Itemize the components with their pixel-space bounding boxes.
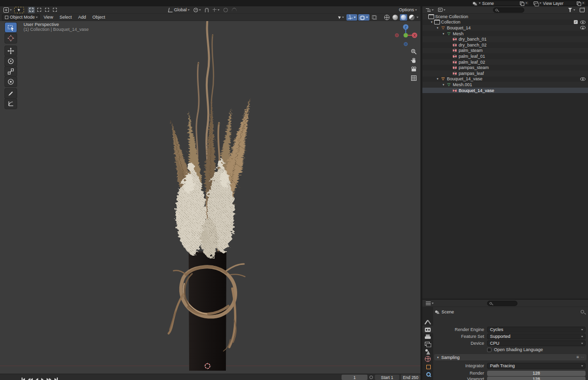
- properties-tab[interactable]: [422, 340, 433, 348]
- orthographic-toggle-button[interactable]: [410, 74, 417, 82]
- shading-material-button[interactable]: [400, 14, 407, 21]
- new-scene-icon[interactable]: [520, 1, 524, 5]
- auto-keying-icon[interactable]: [369, 376, 373, 379]
- properties-search-input[interactable]: [487, 301, 517, 306]
- menu-item[interactable]: Object: [89, 14, 108, 21]
- properties-tab[interactable]: [422, 318, 433, 326]
- tool-box-select[interactable]: [5, 23, 17, 32]
- outliner-row[interactable]: ▼ dry_banch_01: [422, 36, 588, 42]
- feature-set-dropdown[interactable]: Supported: [487, 333, 586, 339]
- properties-tab[interactable]: [422, 363, 433, 370]
- jump-start-button[interactable]: [22, 377, 25, 380]
- navigation-gizmo[interactable]: Z X: [394, 23, 417, 48]
- options-dropdown[interactable]: Options: [397, 7, 418, 13]
- menu-item[interactable]: Select: [56, 14, 74, 21]
- outliner-filter-type-dropdown[interactable]: [437, 7, 447, 13]
- shading-rendered-button[interactable]: [408, 14, 416, 21]
- outliner-row[interactable]: ▼ Bouquet_14_vase: [422, 76, 588, 82]
- viewport-canvas[interactable]: [0, 6, 420, 374]
- eye-icon[interactable]: [580, 26, 586, 29]
- outliner-row[interactable]: ▼ palm_steam: [422, 48, 588, 54]
- tool-cursor[interactable]: [5, 33, 17, 43]
- outliner-row[interactable]: ▼ pampas_steam: [422, 65, 588, 71]
- pivot-point-dropdown[interactable]: [192, 7, 202, 13]
- properties-tab[interactable]: [422, 348, 433, 355]
- outliner-row[interactable]: ▼ Bouquet_14: [422, 25, 588, 31]
- checkbox-icon[interactable]: [574, 20, 578, 24]
- play-button[interactable]: [41, 377, 44, 380]
- close-icon[interactable]: ×: [582, 1, 585, 5]
- select-mode-box[interactable]: [36, 7, 43, 13]
- properties-tab[interactable]: [422, 355, 433, 362]
- render-engine-dropdown[interactable]: Cycles: [487, 327, 586, 332]
- jump-end-button[interactable]: [54, 377, 58, 380]
- pan-button[interactable]: [410, 56, 417, 64]
- active-tool-button[interactable]: [14, 7, 24, 13]
- next-keyframe-button[interactable]: [47, 377, 51, 380]
- pin-icon[interactable]: [581, 310, 584, 313]
- close-icon[interactable]: ×: [525, 1, 528, 5]
- integrator-dropdown[interactable]: Path Tracing: [487, 363, 586, 369]
- outliner-row[interactable]: ▼ Mesh.001: [422, 82, 588, 88]
- select-mode-lasso[interactable]: [51, 7, 58, 13]
- select-mode-circle[interactable]: [44, 7, 50, 13]
- osl-checkbox[interactable]: [487, 348, 491, 352]
- zoom-button[interactable]: [410, 48, 417, 55]
- snap-toggle[interactable]: [203, 7, 210, 13]
- device-dropdown[interactable]: CPU: [487, 340, 586, 346]
- view-layer-selector[interactable]: View Layer ×: [532, 0, 587, 6]
- camera-view-button[interactable]: [410, 65, 417, 73]
- select-mode-tweak[interactable]: [28, 7, 35, 13]
- outliner-row[interactable]: ▼ Bouquet_14_vase: [422, 88, 588, 94]
- xray-toggle[interactable]: [370, 14, 378, 21]
- outliner-filter-dropdown[interactable]: [566, 7, 577, 13]
- outliner-display-mode-dropdown[interactable]: [424, 7, 435, 13]
- expand-arrow-icon[interactable]: ▼: [441, 32, 446, 35]
- outliner-row[interactable]: ▼ palm_leaf_02: [422, 59, 588, 65]
- outliner-row[interactable]: ▼ Collection: [422, 20, 588, 25]
- frame-start-field[interactable]: Start 1: [375, 375, 399, 380]
- outliner-row[interactable]: ▼ pampas_leaf: [422, 71, 588, 76]
- tool-move[interactable]: [5, 46, 17, 56]
- scene-selector[interactable]: Scene ×: [471, 0, 530, 6]
- playback-controls[interactable]: [22, 377, 60, 380]
- tool-rotate[interactable]: [5, 56, 17, 66]
- panel-options-icon[interactable]: ∙∙: [581, 355, 584, 359]
- show-gizmo-dropdown[interactable]: [346, 14, 357, 21]
- show-overlays-dropdown[interactable]: [358, 14, 369, 21]
- outliner-row[interactable]: ▼ palm_leaf_01: [422, 53, 588, 59]
- outliner-row[interactable]: ▼ Scene Collection: [422, 14, 588, 20]
- tool-transform[interactable]: [5, 77, 17, 87]
- tool-scale[interactable]: [5, 67, 17, 76]
- object-visibility-dropdown[interactable]: [337, 14, 345, 21]
- current-frame-field[interactable]: 1: [342, 375, 368, 380]
- shading-wireframe-button[interactable]: [383, 14, 391, 21]
- new-view-layer-icon[interactable]: [577, 1, 581, 5]
- play-reverse-button[interactable]: [36, 377, 38, 380]
- mode-dropdown[interactable]: Object Mode: [2, 14, 40, 21]
- properties-tab[interactable]: [422, 370, 433, 378]
- properties-editor-type-dropdown[interactable]: [424, 300, 435, 307]
- new-collection-button[interactable]: [578, 7, 586, 13]
- snap-settings-dropdown[interactable]: [211, 7, 221, 13]
- render-samples-field[interactable]: 128: [487, 371, 586, 376]
- proportional-falloff-dropdown[interactable]: [230, 7, 238, 13]
- tool-annotate[interactable]: [5, 89, 17, 98]
- menu-item[interactable]: View: [41, 14, 56, 21]
- expand-arrow-icon[interactable]: ▼: [441, 83, 446, 86]
- properties-tab[interactable]: [422, 333, 433, 340]
- properties-tab[interactable]: [422, 326, 433, 333]
- transform-orientation-dropdown[interactable]: Global: [167, 7, 191, 13]
- shading-solid-button[interactable]: [392, 14, 399, 21]
- viewport-samples-field[interactable]: 128: [487, 377, 586, 380]
- outliner-search-input[interactable]: [493, 7, 524, 13]
- editor-type-button[interactable]: [2, 7, 13, 13]
- prev-keyframe-button[interactable]: [28, 377, 33, 380]
- menu-item[interactable]: Add: [75, 14, 89, 21]
- expand-arrow-icon[interactable]: ▼: [435, 77, 440, 80]
- proportional-edit-toggle[interactable]: [222, 7, 229, 13]
- eye-icon[interactable]: [580, 77, 586, 81]
- outliner-row[interactable]: ▼ Mesh: [422, 31, 588, 37]
- expand-arrow-icon[interactable]: ▼: [435, 26, 440, 29]
- tool-measure[interactable]: [5, 99, 17, 109]
